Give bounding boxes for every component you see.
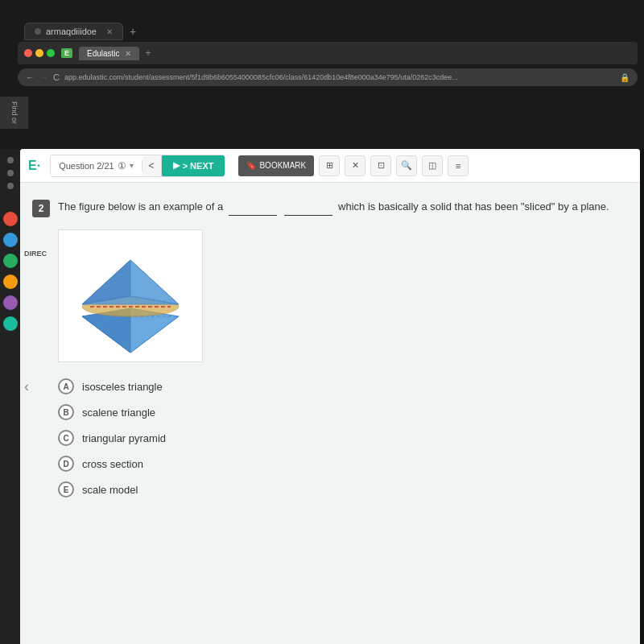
edulastic-browser-tab[interactable]: Edulastic ✕ [79, 47, 139, 60]
question-number-badge: 2 [32, 200, 50, 217]
menu-tool-button[interactable]: ≡ [448, 155, 469, 176]
choice-e-label: scale model [82, 484, 138, 496]
choice-a-circle: A [58, 378, 74, 394]
layout-tool-button[interactable]: ◫ [422, 155, 443, 176]
url-display: app.edulastic.com/student/assessment/5f1… [64, 73, 615, 81]
main-content: E· Question 2/21 ① ▾ < ▶ > NEXT 🔖 BOOKMA… [20, 149, 640, 644]
find-label: Find or [10, 101, 19, 124]
secure-icon: 🔒 [620, 73, 630, 82]
direct-label: DIREC [24, 250, 47, 258]
blank-1 [229, 199, 277, 216]
close-traffic-light[interactable] [24, 49, 32, 57]
sidebar-dot-1 [7, 157, 14, 163]
edu-logo: E· [28, 159, 40, 173]
edulastic-favicon: E [61, 48, 72, 58]
new-tab-button[interactable]: + [130, 25, 136, 38]
choice-d-label: cross section [82, 458, 143, 470]
question-counter-icon: ① [118, 160, 126, 171]
question-header: 2 The figure below is an example of a wh… [32, 199, 624, 217]
choice-c-circle: C [58, 430, 74, 446]
user-avatar-6 [3, 316, 18, 331]
toolbar-actions: 🔖 BOOKMARK ⊞ ✕ ⊡ 🔍 ◫ ≡ [238, 155, 469, 176]
choice-d-circle: D [58, 456, 74, 472]
search-icon: 🔍 [401, 160, 412, 171]
edu-toolbar: E· Question 2/21 ① ▾ < ▶ > NEXT 🔖 BOOKMA… [20, 149, 640, 183]
choice-c-label: triangular pyramid [82, 432, 166, 444]
close-tool-button[interactable]: ✕ [345, 155, 365, 176]
sidebar-dot-2 [7, 170, 14, 176]
user-avatar-4 [3, 275, 18, 289]
back-button[interactable]: ← [26, 72, 35, 82]
figure-container [58, 229, 203, 362]
forward-button[interactable]: → [39, 72, 48, 82]
choice-b-label: scalene triangle [82, 407, 155, 419]
choice-a-label: isosceles triangle [82, 381, 163, 393]
traffic-lights [24, 49, 55, 57]
question-label: Question 2/21 ① ▾ [51, 160, 142, 171]
minimize-traffic-light[interactable] [35, 49, 43, 57]
blank-2 [284, 199, 332, 216]
square-tool-button[interactable]: ⊡ [370, 155, 391, 176]
pyramid-figure [66, 236, 195, 357]
tab-label: armaqdiiidoe [46, 27, 97, 36]
bookmark-button[interactable]: 🔖 BOOKMARK [238, 155, 314, 176]
choice-d[interactable]: D cross section [58, 456, 624, 472]
dropdown-chevron-icon[interactable]: ▾ [130, 161, 134, 170]
choice-a[interactable]: A isosceles triangle [58, 378, 624, 394]
next-icon: ▶ [173, 160, 180, 171]
question-text: The figure below is an example of a whic… [58, 199, 609, 216]
user-avatar-1 [3, 212, 18, 226]
prev-question-button[interactable]: < [142, 155, 162, 177]
question-area: 2 The figure below is an example of a wh… [20, 183, 640, 514]
new-browser-tab-button[interactable]: + [146, 47, 151, 59]
sidebar-dot-3 [7, 183, 14, 189]
nav-chevron-left-icon[interactable]: ‹ [24, 378, 29, 395]
bookmark-icon: 🔖 [246, 161, 256, 170]
left-sidebar [0, 149, 20, 644]
answer-choices: A isosceles triangle B scalene triangle … [58, 378, 624, 497]
next-question-button[interactable]: ▶ > NEXT [162, 155, 225, 177]
choice-e-circle: E [58, 481, 74, 497]
choice-b-circle: B [58, 404, 74, 420]
close-tab-icon[interactable]: ✕ [125, 49, 131, 58]
choice-c[interactable]: C triangular pyramid [58, 430, 624, 446]
grid-tool-button[interactable]: ⊞ [319, 155, 340, 176]
choice-b[interactable]: B scalene triangle [58, 404, 624, 420]
user-avatar-3 [3, 254, 18, 268]
question-nav: Question 2/21 ① ▾ < ▶ > NEXT [50, 155, 225, 177]
refresh-button[interactable]: C [53, 72, 60, 82]
user-avatar-2 [3, 233, 18, 247]
edulastic-tab-label: Edulastic [87, 49, 120, 58]
search-tool-button[interactable]: 🔍 [396, 155, 417, 176]
browser-tab-armaqdiiidoe[interactable]: armaqdiiidoe ✕ [24, 23, 123, 40]
choice-e[interactable]: E scale model [58, 481, 624, 497]
user-avatar-5 [3, 295, 18, 310]
maximize-traffic-light[interactable] [47, 49, 55, 57]
